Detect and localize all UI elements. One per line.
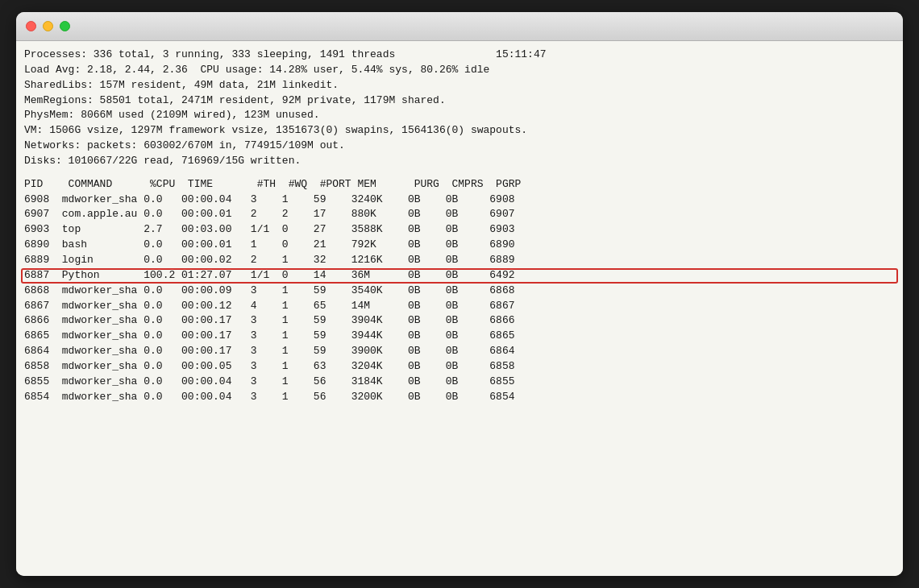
table-row: 6887 Python 100.2 01:27.07 1/1 0 14 36M … — [24, 268, 895, 284]
stats-line: Networks: packets: 603002/670M in, 77491… — [24, 139, 895, 154]
maximize-button[interactable] — [60, 21, 70, 31]
table-row: 6864 mdworker_sha 0.0 00:00.17 3 1 59 39… — [24, 344, 895, 359]
stats-line: Disks: 1010667/22G read, 716969/15G writ… — [24, 154, 895, 169]
table-row: 6907 com.apple.au 0.0 00:00.01 2 2 17 88… — [24, 207, 895, 222]
table-row: 6868 mdworker_sha 0.0 00:00.09 3 1 59 35… — [24, 284, 895, 299]
titlebar — [16, 12, 903, 41]
process-list: 6908 mdworker_sha 0.0 00:00.04 3 1 59 32… — [24, 193, 895, 405]
terminal-window: Processes: 336 total, 3 running, 333 sle… — [16, 12, 903, 576]
terminal-content[interactable]: Processes: 336 total, 3 running, 333 sle… — [16, 41, 903, 576]
table-row: 6865 mdworker_sha 0.0 00:00.17 3 1 59 39… — [24, 329, 895, 344]
stats-line: Processes: 336 total, 3 running, 333 sle… — [24, 48, 895, 63]
traffic-lights — [26, 21, 70, 31]
table-row: 6866 mdworker_sha 0.0 00:00.17 3 1 59 39… — [24, 313, 895, 329]
table-row: 6890 bash 0.0 00:00.01 1 0 21 792K 0B 0B… — [24, 238, 895, 253]
minimize-button[interactable] — [43, 21, 53, 31]
stats-line: VM: 1506G vsize, 1297M framework vsize, … — [24, 123, 895, 139]
table-row: 6855 mdworker_sha 0.0 00:00.04 3 1 56 31… — [24, 375, 895, 390]
stats-line: Load Avg: 2.18, 2.44, 2.36 CPU usage: 14… — [24, 63, 895, 78]
stats-line: MemRegions: 58501 total, 2471M resident,… — [24, 93, 895, 109]
table-row: 6889 login 0.0 00:00.02 2 1 32 1216K 0B … — [24, 253, 895, 268]
table-row: 6858 mdworker_sha 0.0 00:00.05 3 1 63 32… — [24, 359, 895, 375]
close-button[interactable] — [26, 21, 36, 31]
table-row: 6854 mdworker_sha 0.0 00:00.04 3 1 56 32… — [24, 390, 895, 405]
stats-line: PhysMem: 8066M used (2109M wired), 123M … — [24, 108, 895, 123]
table-row: 6867 mdworker_sha 0.0 00:00.12 4 1 65 14… — [24, 299, 895, 314]
table-row: 6908 mdworker_sha 0.0 00:00.04 3 1 59 32… — [24, 193, 895, 208]
stats-line: SharedLibs: 157M resident, 49M data, 21M… — [24, 78, 895, 93]
table-row: 6903 top 2.7 00:03.00 1/1 0 27 3588K 0B … — [24, 222, 895, 238]
process-table-header: PID COMMAND %CPU TIME #TH #WQ #PORT MEM … — [24, 177, 895, 193]
stats-section: Processes: 336 total, 3 running, 333 sle… — [24, 48, 895, 169]
